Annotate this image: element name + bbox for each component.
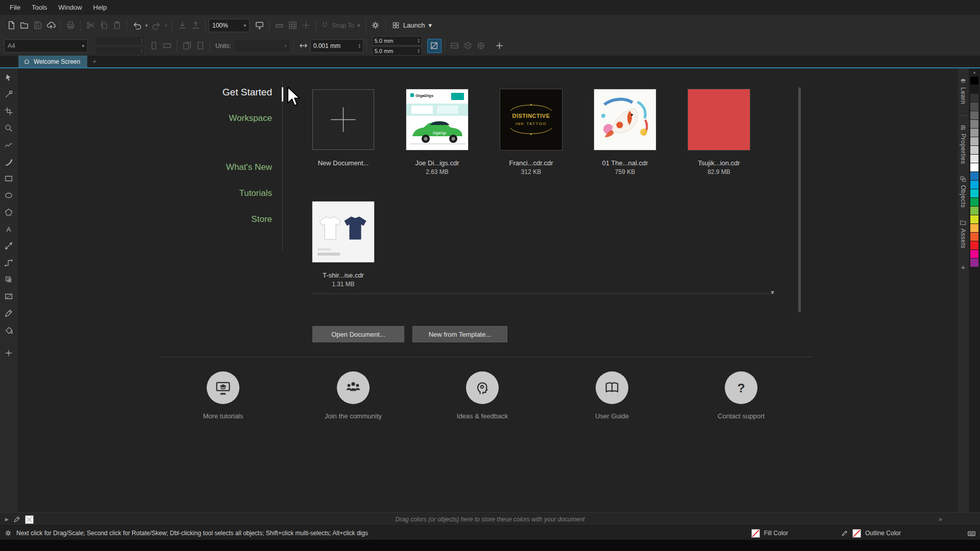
palette-swatch[interactable] [970,207,978,215]
property-toggle-3[interactable] [475,39,488,53]
user-guide-link[interactable]: User Guide [566,371,658,420]
palette-swatch[interactable] [970,215,978,223]
doc-palette-expand-button[interactable]: ▶ [5,517,9,522]
palette-swatch[interactable] [970,129,978,137]
current-page-button[interactable] [193,39,207,53]
snap-to-dropdown[interactable]: Snap To ▾ [319,21,362,29]
docker-tab-objects[interactable]: Objects [960,176,967,208]
new-document-card[interactable]: New Document... [312,89,374,176]
undo-dropdown-button[interactable]: ▾ [143,19,150,32]
rectangle-tool[interactable] [2,172,16,185]
recent-file-card[interactable]: T-shir...ise.cdr 1.31 MB [312,202,374,288]
menu-help[interactable]: Help [88,1,113,14]
keyboard-icon[interactable] [967,529,976,538]
outline-color-swatch[interactable] [852,529,861,538]
palette-swatch[interactable] [970,137,978,145]
paste-button[interactable] [110,19,124,32]
zoom-tool[interactable] [2,122,16,134]
new-tab-button[interactable]: + [87,56,102,67]
join-community-link[interactable]: Join the community [307,371,399,420]
palette-swatch[interactable] [970,250,978,258]
docker-tab-assets[interactable]: Assets [960,219,967,248]
drop-shadow-tool[interactable] [2,273,16,286]
menu-file[interactable]: File [4,1,26,14]
palette-swatch[interactable] [970,111,978,119]
text-tool[interactable]: A [2,223,16,235]
palette-swatch[interactable] [970,259,978,267]
palette-swatch[interactable] [970,233,978,241]
freehand-tool[interactable] [2,139,16,151]
export-button[interactable] [189,19,202,32]
ideas-feedback-link[interactable]: Ideas & feedback [436,371,528,420]
recent-file-card[interactable]: GigaDigs GigaDigs Joe Di...igs.cdr [406,89,468,176]
transparency-tool[interactable] [2,290,16,303]
add-tools-button[interactable] [2,347,16,359]
doc-palette-scroll-right-button[interactable]: » [939,516,942,523]
nav-store[interactable]: Store [160,214,272,224]
palette-swatch[interactable] [970,241,978,249]
cloud-button[interactable] [44,19,57,32]
palette-swatch[interactable] [970,85,978,93]
print-button[interactable] [64,19,77,32]
docker-add-button[interactable]: + [961,263,966,271]
new-document-button[interactable] [4,19,17,32]
polygon-tool[interactable] [2,206,16,218]
palette-swatch[interactable] [970,77,978,85]
connector-tool[interactable] [2,257,16,269]
menu-tools[interactable]: Tools [26,1,53,14]
contact-support-link[interactable]: ? Contact support [695,371,787,420]
property-toggle-2[interactable] [461,39,475,53]
palette-swatch[interactable] [970,120,978,128]
nav-whats-new[interactable]: What's New [160,162,272,172]
copy-button[interactable] [97,19,110,32]
landscape-button[interactable] [160,39,174,53]
nav-workspace[interactable]: Workspace [160,113,272,123]
palette-swatch[interactable] [970,146,978,154]
shape-tool[interactable] [2,88,16,101]
launch-dropdown[interactable]: Launch ▾ [389,21,435,29]
palette-swatch[interactable] [970,198,978,206]
import-button[interactable] [176,19,189,32]
show-guidelines-button[interactable] [299,19,312,32]
palette-swatch[interactable] [970,94,978,102]
property-toggle-1[interactable] [448,39,461,53]
new-from-template-button[interactable]: New from Template... [412,326,507,342]
pick-tool[interactable] [2,71,16,84]
nav-tutorials[interactable]: Tutorials [160,188,272,198]
palette-swatch[interactable] [970,189,978,197]
doc-palette-empty-well[interactable] [25,515,34,524]
interactive-fill-tool[interactable] [2,324,16,336]
docker-tab-learn[interactable]: Learn [960,78,967,104]
redo-dropdown-button[interactable]: ▾ [163,19,169,32]
portrait-button[interactable] [147,39,160,53]
redo-button[interactable] [150,19,163,32]
palette-swatch[interactable] [970,224,978,232]
open-button[interactable] [17,19,31,32]
duplicate-distance-x-field[interactable]: 5.0 mm ▴▾ [372,36,422,45]
status-gear-icon[interactable] [4,529,12,537]
cut-button[interactable] [84,19,97,32]
tab-welcome-screen[interactable]: Welcome Screen [18,56,87,67]
crop-tool[interactable] [2,105,16,117]
expand-recent-files-button[interactable]: ▼ [770,289,775,295]
nudge-distance-field[interactable]: 0.001 mm ▴▾ [310,39,363,53]
show-grid-button[interactable] [286,19,299,32]
zoom-level-combobox[interactable]: 100% ▾ [209,19,250,32]
save-button[interactable] [31,19,44,32]
color-eyedropper-tool[interactable] [2,307,16,319]
fullscreen-preview-button[interactable] [253,19,266,32]
ellipse-tool[interactable] [2,189,16,202]
show-rulers-button[interactable] [273,19,286,32]
recent-file-card[interactable]: 01 The...nal.cdr 759 KB [594,89,656,176]
nav-get-started[interactable]: Get Started [160,87,272,98]
undo-button[interactable] [130,19,143,32]
duplicate-distance-y-field[interactable]: 5.0 mm ▴▾ [372,46,422,56]
recent-file-card[interactable]: DISTINCTIVE INK TATTOO Franci...cdr.cdr … [500,89,562,176]
page-height-field[interactable]: ▴▾ [95,46,145,56]
menu-window[interactable]: Window [53,1,87,14]
page-size-combobox[interactable]: A4 ▾ [4,39,88,53]
treat-as-filled-toggle[interactable] [427,39,442,53]
palette-scroll-up-button[interactable]: ▴ [973,68,975,76]
palette-swatch[interactable] [970,163,978,171]
recent-file-card[interactable]: Tsujik...ion.cdr 82.9 MB [688,89,750,176]
